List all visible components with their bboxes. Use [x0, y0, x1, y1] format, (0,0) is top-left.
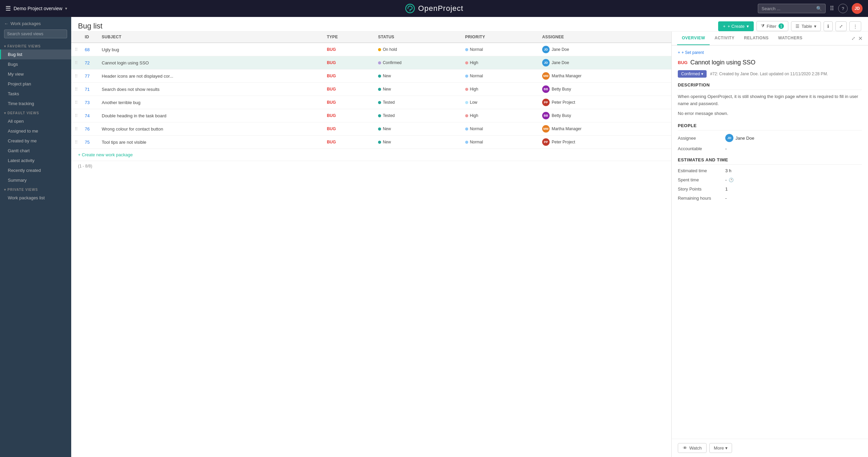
table-row[interactable]: ⠿ 74 Double heading in the task board BU… — [71, 109, 671, 122]
row-type: BUG — [323, 122, 375, 136]
accountable-label: Accountable — [678, 146, 725, 151]
row-assignee: JD Jane Doe — [539, 56, 671, 69]
watch-label: Watch — [689, 445, 702, 451]
sidebar-item-assigned-to-me[interactable]: Assigned to me — [0, 126, 71, 136]
filter-button[interactable]: ⧩ Filter 1 — [756, 21, 788, 31]
back-icon: ← — [4, 21, 8, 26]
watch-icon: 👁 — [683, 445, 687, 451]
search-input[interactable] — [762, 6, 814, 11]
row-id[interactable]: 68 — [81, 43, 98, 56]
table-row[interactable]: ⠿ 76 Wrong colour for contact button BUG… — [71, 122, 671, 136]
table-area: ID SUBJECT TYPE STATUS PRIORITY ASSIGNEE… — [71, 32, 671, 457]
table-label: Table — [802, 24, 812, 29]
sidebar-section-title-favorite[interactable]: ▾ FAVORITE VIEWS — [4, 44, 67, 48]
sidebar-item-my-view[interactable]: My view — [0, 69, 71, 79]
sidebar-section-title-private[interactable]: ▾ PRIVATE VIEWS — [4, 188, 67, 192]
table-row[interactable]: ⠿ 68 Ugly bug BUG On hold Normal JD Jane — [71, 43, 671, 56]
create-new-link[interactable]: + Create new work package — [78, 152, 665, 157]
row-id[interactable]: 73 — [81, 96, 98, 109]
row-subject: Search does not show results — [98, 83, 323, 96]
main-layout: ← Work packages ▾ FAVORITE VIEWS Bug lis… — [0, 17, 868, 457]
row-priority: Normal — [462, 122, 539, 136]
sidebar-item-bug-list[interactable]: Bug list — [0, 49, 71, 59]
expand-button[interactable]: ⤢ — [835, 21, 847, 31]
sidebar-search-input[interactable] — [4, 29, 67, 38]
grid-icon[interactable]: ⠿ — [830, 5, 834, 12]
row-assignee: PP Peter Project — [539, 136, 671, 149]
col-assignee[interactable]: ASSIGNEE — [539, 32, 671, 43]
user-avatar[interactable]: JD — [852, 3, 863, 14]
time-track-icon[interactable]: 🕐 — [729, 178, 734, 182]
tab-relations[interactable]: RELATIONS — [739, 32, 773, 45]
col-priority[interactable]: PRIORITY — [462, 32, 539, 43]
tab-overview[interactable]: OVERVIEW — [677, 32, 710, 45]
sidebar-item-bugs[interactable]: Bugs — [0, 59, 71, 69]
sidebar-item-work-packages-list[interactable]: Work packages list — [0, 193, 71, 203]
more-button[interactable]: More ▾ — [709, 443, 732, 453]
table-dropdown-icon[interactable]: ▾ — [814, 24, 816, 29]
sidebar-item-all-open[interactable]: All open — [0, 116, 71, 126]
status-dropdown[interactable]: Confirmed ▾ — [678, 70, 707, 78]
table-row[interactable]: ⠿ 72 Cannot login using SSO BUG Confirme… — [71, 56, 671, 69]
sidebar-item-summary[interactable]: Summary — [0, 175, 71, 185]
col-sort[interactable] — [71, 32, 81, 43]
table-view-button[interactable]: ☰ Table ▾ — [791, 21, 821, 31]
project-name[interactable]: Demo Project overview — [14, 6, 62, 11]
col-id[interactable]: ID — [81, 32, 98, 43]
row-status: Confirmed — [375, 56, 462, 69]
sidebar-section-favorite: ▾ FAVORITE VIEWS — [0, 42, 71, 49]
menu-icon[interactable]: ☰ — [5, 5, 11, 12]
table-row[interactable]: ⠿ 77 Header icons are not displayed cor.… — [71, 69, 671, 83]
topnav: ☰ Demo Project overview ▾ OpenProject 🔍 … — [0, 0, 868, 17]
work-packages-table: ID SUBJECT TYPE STATUS PRIORITY ASSIGNEE… — [71, 32, 671, 149]
sidebar-item-latest-activity[interactable]: Latest activity — [0, 156, 71, 165]
description-title: DESCRIPTION — [678, 82, 862, 90]
table-row[interactable]: ⠿ 71 Search does not show results BUG Ne… — [71, 83, 671, 96]
project-dropdown-icon[interactable]: ▾ — [65, 6, 67, 11]
sidebar-item-time-tracking[interactable]: Time tracking — [0, 99, 71, 108]
row-id[interactable]: 71 — [81, 83, 98, 96]
row-subject: Wrong colour for contact button — [98, 122, 323, 136]
table-row[interactable]: ⠿ 73 Another terrible bug BUG Tested Low… — [71, 96, 671, 109]
page-title: Bug list — [78, 22, 102, 31]
row-id[interactable]: 76 — [81, 122, 98, 136]
row-id[interactable]: 75 — [81, 136, 98, 149]
watch-button[interactable]: 👁 Watch — [678, 443, 707, 453]
search-box[interactable]: 🔍 — [758, 4, 826, 13]
row-status: On hold — [375, 43, 462, 56]
tab-activity[interactable]: ACTIVITY — [710, 32, 739, 45]
detail-expand-icon[interactable]: ⤢ — [851, 36, 855, 41]
table-header-row: ID SUBJECT TYPE STATUS PRIORITY ASSIGNEE — [71, 32, 671, 43]
row-status: New — [375, 122, 462, 136]
row-id[interactable]: 74 — [81, 109, 98, 122]
plus-icon: + — [678, 50, 680, 55]
create-button[interactable]: + + Create ▾ — [718, 21, 754, 31]
sidebar-section-title-default[interactable]: ▾ DEFAULT VIEWS — [4, 111, 67, 115]
sidebar-item-tasks[interactable]: Tasks — [0, 89, 71, 99]
sidebar-item-created-by-me[interactable]: Created by me — [0, 136, 71, 146]
more-options-button[interactable]: ⋮ — [849, 21, 861, 31]
table-icon: ☰ — [795, 24, 800, 29]
set-parent-link[interactable]: + + Set parent — [678, 50, 862, 55]
row-priority: High — [462, 56, 539, 69]
tab-watchers[interactable]: WATCHERS — [773, 32, 807, 45]
sidebar-item-recently-created[interactable]: Recently created — [0, 165, 71, 175]
search-icon[interactable]: 🔍 — [816, 6, 822, 11]
sidebar-back[interactable]: ← Work packages — [0, 17, 71, 26]
detail-close-icon[interactable]: ✕ — [858, 35, 863, 42]
help-icon[interactable]: ? — [838, 4, 848, 13]
sidebar-item-project-plan[interactable]: Project plan — [0, 79, 71, 89]
more-label: More — [714, 445, 724, 451]
table-row[interactable]: ⠿ 75 Tool tips are not visible BUG New N… — [71, 136, 671, 149]
sidebar-item-gantt-chart[interactable]: Gantt chart — [0, 146, 71, 156]
row-id[interactable]: 72 — [81, 56, 98, 69]
table-wrapper: ID SUBJECT TYPE STATUS PRIORITY ASSIGNEE… — [71, 32, 868, 457]
col-type[interactable]: TYPE — [323, 32, 375, 43]
desc-para-1: When opening OpenProject, it is still sh… — [678, 93, 862, 107]
col-status[interactable]: STATUS — [375, 32, 462, 43]
create-dropdown-icon[interactable]: ▾ — [747, 24, 749, 29]
collapse-icon-default: ▾ — [4, 111, 6, 115]
info-button[interactable]: ℹ — [824, 21, 833, 31]
row-id[interactable]: 77 — [81, 69, 98, 83]
col-subject[interactable]: SUBJECT — [98, 32, 323, 43]
